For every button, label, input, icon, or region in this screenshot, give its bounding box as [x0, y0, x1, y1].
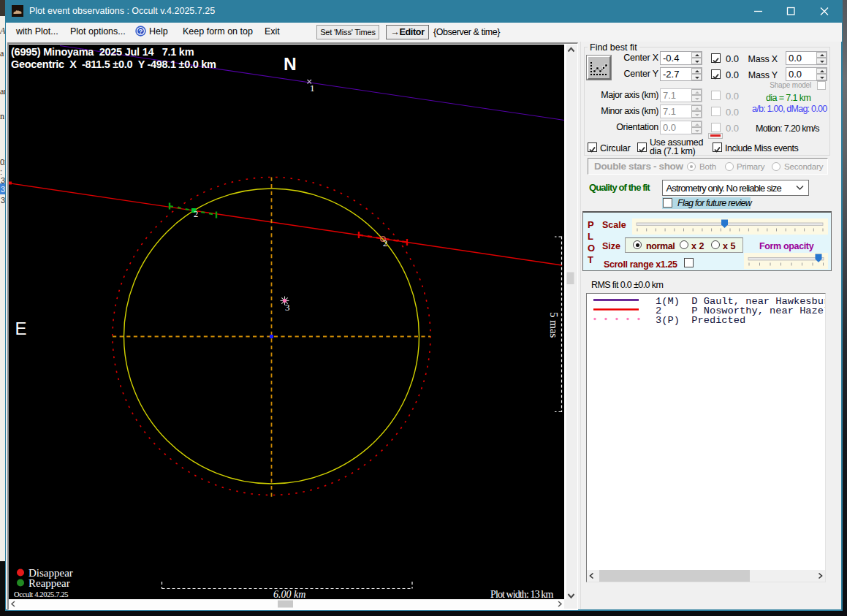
svg-text:Occult 4.2025.7.25: Occult 4.2025.7.25 — [14, 590, 68, 598]
svg-text:2: 2 — [383, 237, 387, 248]
svg-text:6.00 km: 6.00 km — [273, 589, 305, 599]
svg-text:(6995) Minoyama 2025 Jul 14: (6995) Minoyama 2025 Jul 14 7.1 km — [11, 45, 194, 57]
svg-text:2: 2 — [194, 208, 198, 218]
svg-text:1: 1 — [310, 82, 315, 93]
svg-text:Geocentric X -811.5 ±0.0 Y: Geocentric X -811.5 ±0.0 Y -498.1 ±0.0 k… — [11, 58, 216, 69]
svg-text:Reappear: Reappear — [29, 577, 70, 588]
svg-text:N: N — [284, 54, 297, 74]
svg-text:E: E — [15, 319, 27, 338]
svg-text:3: 3 — [285, 301, 290, 312]
svg-text:5 mas: 5 mas — [548, 312, 560, 338]
svg-text:Plot width: 13 km: Plot width: 13 km — [490, 588, 553, 599]
svg-text:3(P) Predicted: 3(P) Predicted — [656, 315, 745, 326]
svg-text:?: ? — [139, 27, 143, 35]
